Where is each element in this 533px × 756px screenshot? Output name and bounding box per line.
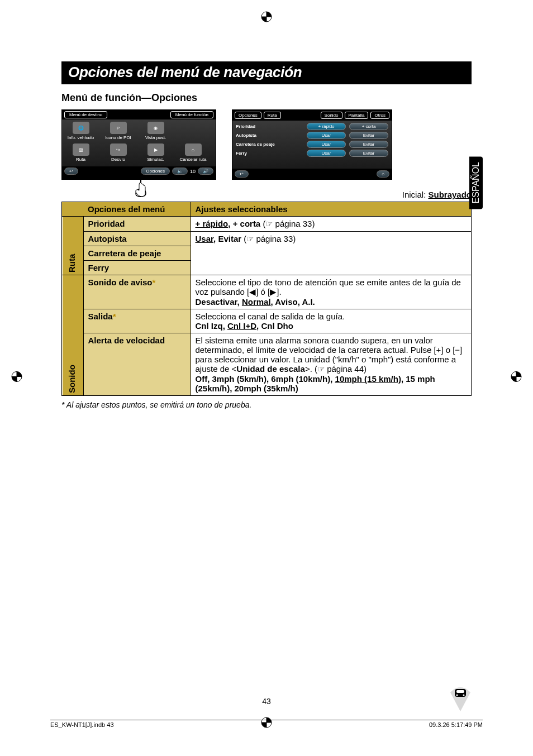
registration-mark-left	[11, 371, 22, 385]
route-icon: ▨	[73, 143, 89, 156]
label-info-vehiculo: Info. vehículo	[68, 135, 94, 140]
opt-evitar-auto[interactable]: Evitar	[349, 132, 388, 139]
footer-right: 09.3.26 5:17:49 PM	[429, 721, 483, 728]
camera-icon: ◉	[147, 122, 164, 134]
svg-point-6	[456, 695, 458, 696]
item-ruta[interactable]: ▨ Ruta	[65, 143, 96, 162]
item-vista-post[interactable]: ◉ Vista post.	[140, 122, 171, 140]
item-icono-poi[interactable]: P Icono de POI	[103, 122, 134, 140]
tab-otros[interactable]: Otros	[370, 112, 389, 119]
group-ruta: Ruta	[62, 217, 84, 275]
label-simulac: Simulac.	[147, 157, 164, 162]
globe-icon: 🌐	[73, 122, 89, 134]
cell-alerta-val: El sistema emite una alarma sonora cuand…	[191, 333, 472, 396]
item-cancelar-ruta[interactable]: ⌂ Cancelar ruta	[178, 143, 208, 162]
opt-usar-peaje[interactable]: Usar	[307, 141, 346, 148]
cell-salida-val: Selecciona el canal de salida de la guía…	[191, 309, 472, 333]
header-settings: Ajustes seleccionables	[191, 202, 472, 217]
cell-alerta: Alerta de velocidad	[83, 333, 191, 396]
cell-prioridad: Prioridad	[83, 217, 191, 232]
cell-peaje: Carretera de peaje	[83, 246, 191, 261]
figure-menu-funcion: Menú de destino Menú de función 🌐 Info. …	[61, 109, 216, 180]
figure-opciones-ruta: Opciones Ruta Sonido Pantalla Otros Prio…	[232, 109, 392, 180]
group-sonido: Sonido	[62, 275, 84, 396]
cell-prioridad-val: + rápido, + corta (☞ página 33)	[191, 217, 472, 232]
language-tab: ESPAÑOL	[469, 156, 483, 209]
label-autopista: Autopista	[236, 133, 303, 138]
poi-icon: P	[110, 122, 127, 134]
row-prioridad: Prioridad + rápido + corta	[236, 123, 388, 130]
label-peaje: Carretera de peaje	[236, 142, 303, 147]
footnote: * Al ajustar estos puntos, se emitirá un…	[61, 400, 472, 409]
cell-autopista-val: Usar, Evitar (☞ página 33)	[191, 232, 472, 275]
row-peaje: Carretera de peaje Usar Evitar	[236, 141, 388, 148]
back-button-fig2[interactable]: ↩	[235, 170, 249, 178]
tab-pantalla[interactable]: Pantalla	[345, 112, 369, 119]
volume-up-button[interactable]: 🔊	[198, 168, 213, 175]
opt-rapido[interactable]: + rápido	[307, 123, 346, 130]
svg-point-7	[463, 695, 465, 696]
cell-sonido-aviso: Sonido de aviso*	[83, 275, 191, 309]
page-number: 43	[262, 697, 271, 706]
tab-sonido[interactable]: Sonido	[321, 112, 342, 119]
options-table: Opciones del menú Ajustes seleccionables…	[61, 202, 472, 396]
cancel-icon: ⌂	[185, 143, 202, 156]
label-icono-poi: Icono de POI	[105, 135, 131, 140]
svg-rect-5	[456, 690, 464, 693]
tab-menu-destino[interactable]: Menú de destino	[64, 111, 107, 118]
opt-corta[interactable]: + corta	[349, 123, 388, 130]
home-button-fig2[interactable]: ⌂	[377, 170, 389, 178]
label-vista-post: Vista post.	[145, 135, 166, 140]
label-cancelar-ruta: Cancelar ruta	[179, 157, 206, 162]
registration-mark-right	[511, 371, 522, 385]
header-option: Opciones del menú	[83, 202, 191, 217]
tab-opciones[interactable]: Opciones	[235, 112, 261, 119]
item-simulac[interactable]: ▶ Simulac.	[140, 143, 171, 162]
item-info-vehiculo[interactable]: 🌐 Info. vehículo	[65, 122, 96, 140]
detour-icon: ↪	[110, 143, 127, 156]
registration-mark-top	[261, 11, 272, 25]
footer-left: ES_KW-NT1[J].indb 43	[50, 721, 114, 728]
label-desvio: Desvío	[111, 157, 125, 162]
row-autopista: Autopista Usar Evitar	[236, 132, 388, 139]
item-desvio[interactable]: ↪ Desvío	[103, 143, 134, 162]
tab-menu-funcion[interactable]: Menú de función	[170, 111, 213, 118]
opt-usar-ferry[interactable]: Usar	[307, 150, 346, 157]
opt-evitar-peaje[interactable]: Evitar	[349, 141, 388, 148]
label-ruta: Ruta	[76, 157, 85, 162]
volume-down-button[interactable]: 🔈	[172, 168, 188, 175]
car-icon	[444, 686, 477, 714]
volume-value: 10	[190, 169, 196, 174]
opt-usar-auto[interactable]: Usar	[307, 132, 346, 139]
label-ferry: Ferry	[236, 151, 303, 156]
initial-label: Inicial: Subrayado	[61, 190, 472, 199]
hand-pointer-icon	[128, 171, 154, 197]
section-heading: Menú de función—Opciones	[61, 92, 472, 104]
cell-ferry: Ferry	[83, 261, 191, 275]
tab-ruta[interactable]: Ruta	[264, 112, 281, 119]
opt-evitar-ferry[interactable]: Evitar	[349, 150, 388, 157]
cell-salida: Salida*	[83, 309, 191, 333]
page-title: Opciones del menú de navegación	[61, 61, 472, 84]
registration-mark-bottom	[261, 717, 272, 731]
label-prioridad: Prioridad	[236, 124, 303, 129]
back-button[interactable]: ↩	[64, 168, 78, 175]
row-ferry: Ferry Usar Evitar	[236, 150, 388, 157]
cell-sonido-aviso-val: Seleccione el tipo de tono de atención q…	[191, 275, 472, 309]
cell-autopista: Autopista	[83, 232, 191, 246]
play-icon: ▶	[147, 143, 164, 156]
